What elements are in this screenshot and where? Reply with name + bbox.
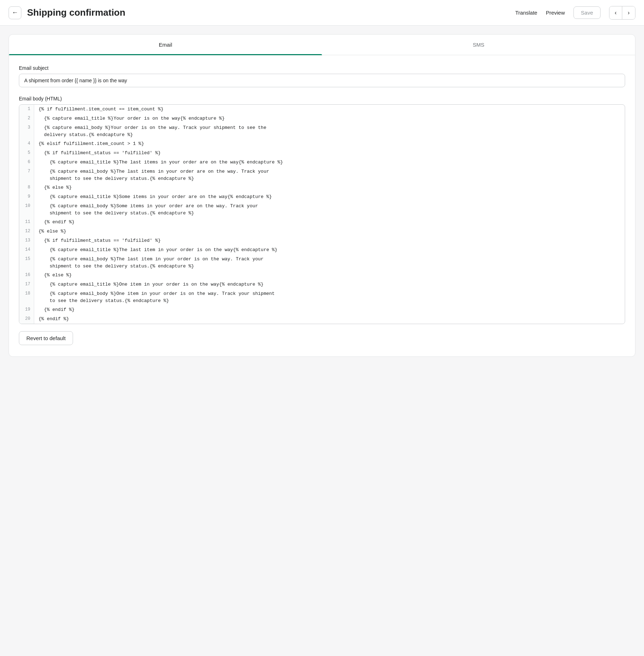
nav-arrows: ‹ › <box>609 6 635 20</box>
line-content: {% endif %} <box>34 314 625 324</box>
line-content: {% capture email_title %}The last items … <box>34 158 625 167</box>
page-header: ← Shipping confirmation Translate Previe… <box>0 0 644 26</box>
line-number: 8 <box>19 183 34 192</box>
tab-email[interactable]: Email <box>9 35 322 55</box>
table-row: 16 {% else %} <box>19 271 625 280</box>
table-row: 2 {% capture email_title %}Your order is… <box>19 114 625 123</box>
line-content: {% capture email_title %}Your order is o… <box>34 114 625 123</box>
line-number: 18 <box>19 289 34 305</box>
form-content: Email subject Email body (HTML) 1{% if f… <box>9 55 635 356</box>
email-subject-input[interactable] <box>19 74 625 87</box>
line-content: {% if fulfillment.item_count == item_cou… <box>34 105 625 114</box>
line-content: {% else %} <box>34 271 625 280</box>
table-row: 8 {% else %} <box>19 183 625 192</box>
line-number: 15 <box>19 255 34 271</box>
main-content: Email SMS Email subject Email body (HTML… <box>0 26 644 656</box>
table-row: 5 {% if fulfillment_status == 'fulfilled… <box>19 149 625 158</box>
save-button[interactable]: Save <box>573 6 601 19</box>
table-row: 15 {% capture email_body %}The last item… <box>19 255 625 271</box>
line-content: {% capture email_body %}Some items in yo… <box>34 202 625 218</box>
tab-sms[interactable]: SMS <box>322 35 635 55</box>
table-row: 11 {% endif %} <box>19 218 625 227</box>
line-content: {% if fulfillment_status == 'fulfilled' … <box>34 236 625 245</box>
line-content: {% else %} <box>34 183 625 192</box>
line-number: 7 <box>19 167 34 183</box>
table-row: 7 {% capture email_body %}The last items… <box>19 167 625 183</box>
nav-next-button[interactable]: › <box>622 6 635 19</box>
table-row: 19 {% endif %} <box>19 305 625 314</box>
revert-button[interactable]: Revert to default <box>19 331 73 345</box>
line-content: {% capture email_title %}The last item i… <box>34 245 625 255</box>
line-content: {% capture email_body %}Your order is on… <box>34 123 625 139</box>
line-number: 20 <box>19 314 34 324</box>
code-lines: 1{% if fulfillment.item_count == item_co… <box>19 105 625 324</box>
table-row: 17 {% capture email_title %}One item in … <box>19 280 625 289</box>
page-title: Shipping confirmation <box>27 7 509 18</box>
line-content: {% capture email_body %}One item in your… <box>34 289 625 305</box>
line-content: {% capture email_body %}The last items i… <box>34 167 625 183</box>
line-number: 2 <box>19 114 34 123</box>
table-row: 18 {% capture email_body %}One item in y… <box>19 289 625 305</box>
back-button[interactable]: ← <box>9 6 21 19</box>
line-content: {% capture email_title %}One item in you… <box>34 280 625 289</box>
code-editor[interactable]: 1{% if fulfillment.item_count == item_co… <box>19 104 625 324</box>
line-content: {% elsif fulfillment.item_count > 1 %} <box>34 139 625 149</box>
table-row: 4{% elsif fulfillment.item_count > 1 %} <box>19 139 625 149</box>
line-content: {% else %} <box>34 227 625 236</box>
line-number: 10 <box>19 202 34 218</box>
line-number: 1 <box>19 105 34 114</box>
line-number: 19 <box>19 305 34 314</box>
line-number: 9 <box>19 192 34 202</box>
line-number: 17 <box>19 280 34 289</box>
line-number: 5 <box>19 149 34 158</box>
line-number: 11 <box>19 218 34 227</box>
table-row: 3 {% capture email_body %}Your order is … <box>19 123 625 139</box>
line-content: {% endif %} <box>34 305 625 314</box>
line-number: 13 <box>19 236 34 245</box>
preview-button[interactable]: Preview <box>546 10 565 16</box>
table-row: 10 {% capture email_body %}Some items in… <box>19 202 625 218</box>
table-row: 1{% if fulfillment.item_count == item_co… <box>19 105 625 114</box>
translate-button[interactable]: Translate <box>515 10 537 16</box>
line-content: {% if fulfillment_status == 'fulfilled' … <box>34 149 625 158</box>
line-number: 16 <box>19 271 34 280</box>
line-content: {% capture email_title %}Some items in y… <box>34 192 625 202</box>
table-row: 20{% endif %} <box>19 314 625 324</box>
line-number: 3 <box>19 123 34 139</box>
table-row: 6 {% capture email_title %}The last item… <box>19 158 625 167</box>
line-number: 14 <box>19 245 34 255</box>
line-number: 4 <box>19 139 34 149</box>
line-content: {% endif %} <box>34 218 625 227</box>
table-row: 9 {% capture email_title %}Some items in… <box>19 192 625 202</box>
email-body-label: Email body (HTML) <box>19 96 625 101</box>
table-row: 12{% else %} <box>19 227 625 236</box>
header-actions: Translate Preview Save ‹ › <box>515 6 635 20</box>
tabs: Email SMS <box>9 35 635 55</box>
email-subject-label: Email subject <box>19 65 625 71</box>
card: Email SMS Email subject Email body (HTML… <box>9 34 635 357</box>
nav-prev-button[interactable]: ‹ <box>609 6 622 19</box>
line-number: 12 <box>19 227 34 236</box>
table-row: 13 {% if fulfillment_status == 'fulfille… <box>19 236 625 245</box>
line-number: 6 <box>19 158 34 167</box>
table-row: 14 {% capture email_title %}The last ite… <box>19 245 625 255</box>
line-content: {% capture email_body %}The last item in… <box>34 255 625 271</box>
